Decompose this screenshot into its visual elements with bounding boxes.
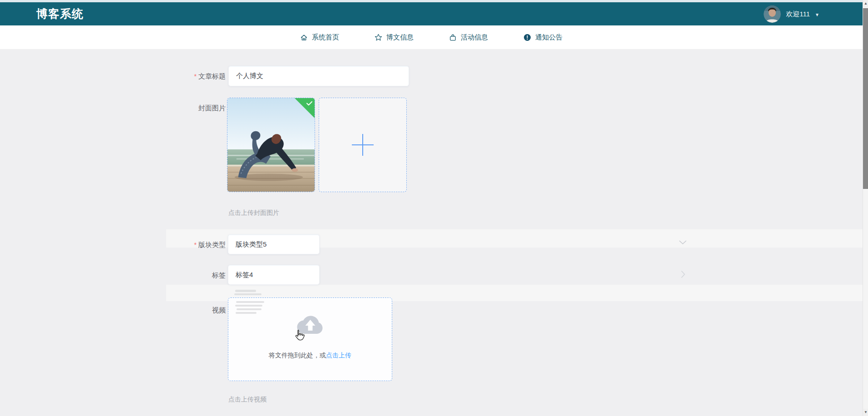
drop-text: 将文件拖到此处，或点击上传 bbox=[228, 352, 392, 360]
cover-upload-hint: 点击上传封面图片 bbox=[228, 209, 279, 217]
nav-item-home[interactable]: 系统首页 bbox=[300, 33, 339, 42]
bag-icon bbox=[449, 34, 457, 41]
ghost-artifact bbox=[236, 301, 264, 303]
info-icon bbox=[523, 34, 531, 41]
tag-select[interactable] bbox=[228, 265, 320, 285]
ghost-artifact bbox=[234, 293, 261, 295]
main-nav: 系统首页 博文信息 活动信息 通知公告 bbox=[0, 25, 863, 49]
avatar-photo bbox=[764, 5, 781, 23]
form-content: *文章标题 封面图片 bbox=[0, 49, 863, 416]
ghost-artifact bbox=[235, 305, 262, 307]
video-upload-hint: 点击上传视频 bbox=[228, 396, 266, 404]
blog-system-page: 博客系统 欢迎111 ▼ bbox=[0, 0, 868, 416]
nav-item-label: 系统首页 bbox=[312, 33, 339, 42]
nav-item-activity-info[interactable]: 活动信息 bbox=[449, 33, 488, 42]
user-menu[interactable]: 欢迎111 ▼ bbox=[764, 4, 819, 25]
star-icon bbox=[375, 34, 382, 41]
home-icon bbox=[300, 34, 308, 41]
section-type-label: *版块类型 bbox=[127, 241, 226, 248]
chevron-down-icon[interactable] bbox=[679, 240, 686, 245]
check-icon bbox=[306, 101, 312, 106]
scrollbar[interactable]: ▲ ▼ bbox=[863, 0, 868, 416]
required-asterisk: * bbox=[194, 241, 197, 248]
user-avatar[interactable] bbox=[764, 5, 781, 23]
video-label: 视频 bbox=[127, 307, 226, 314]
plus-icon bbox=[352, 134, 374, 156]
tag-label: 标签 bbox=[127, 272, 226, 279]
hand-cursor-icon bbox=[294, 329, 306, 343]
click-upload-link[interactable]: 点击上传 bbox=[326, 352, 351, 359]
cover-image-label: 封面图片 bbox=[127, 104, 226, 112]
nav-item-label: 活动信息 bbox=[461, 33, 488, 42]
welcome-text: 欢迎111 bbox=[786, 10, 810, 19]
article-title-label: *文章标题 bbox=[127, 73, 226, 80]
app-title: 博客系统 bbox=[36, 6, 84, 21]
nav-item-label: 通知公告 bbox=[535, 33, 562, 42]
scrollbar-thumb[interactable] bbox=[863, 8, 868, 189]
caret-down-icon[interactable]: ▼ bbox=[815, 11, 819, 17]
ghost-artifact bbox=[235, 290, 256, 292]
scroll-down-button[interactable]: ▼ bbox=[863, 409, 868, 416]
chevron-right-icon[interactable] bbox=[681, 271, 686, 278]
nav-item-blog-info[interactable]: 博文信息 bbox=[375, 33, 414, 42]
article-title-input[interactable] bbox=[228, 66, 409, 86]
section-type-select[interactable] bbox=[228, 234, 320, 254]
cover-image-add-button[interactable] bbox=[319, 98, 407, 192]
required-asterisk: * bbox=[194, 73, 197, 80]
nav-item-label: 博文信息 bbox=[386, 33, 414, 42]
scroll-up-button[interactable]: ▲ bbox=[863, 0, 868, 7]
cover-image-uploaded[interactable] bbox=[227, 98, 315, 192]
ghost-artifact bbox=[236, 312, 256, 314]
ghost-artifact bbox=[237, 308, 261, 310]
app-header: 博客系统 欢迎111 ▼ bbox=[0, 2, 863, 25]
nav-item-notice[interactable]: 通知公告 bbox=[523, 33, 562, 42]
